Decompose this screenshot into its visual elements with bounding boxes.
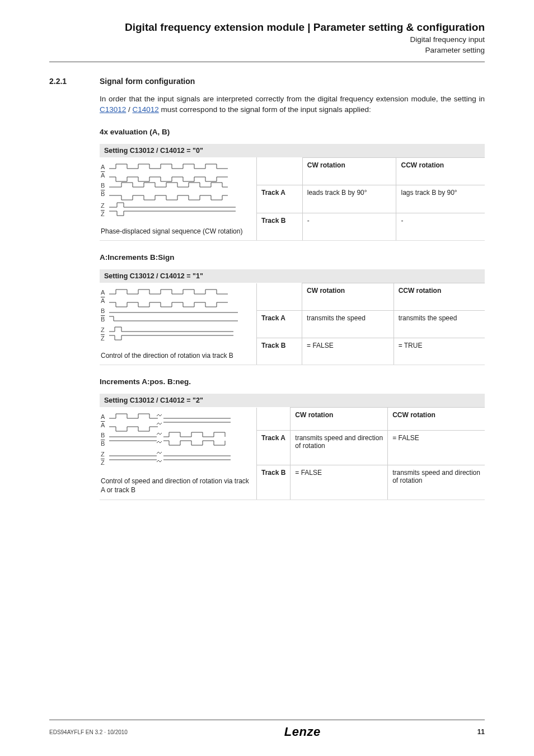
svg-text:A: A: [101, 289, 105, 296]
waveform-diagram-3: A A B B Z: [101, 412, 246, 473]
cell-a-cw: leads track B by 90°: [302, 185, 396, 213]
row-track-b: Track B: [257, 465, 291, 499]
svg-text:B: B: [101, 316, 105, 323]
row-track-a: Track A: [257, 431, 291, 465]
cell-a-ccw: = FALSE: [388, 431, 485, 465]
waveform-diagram-2: A A B B Z Z: [101, 287, 246, 348]
header-subtitle-2: Parameter setting: [49, 45, 485, 56]
intro-text-post: must correspond to the signal form of th…: [159, 105, 371, 114]
diagram-caption-3: Control of speed and direction of rotati…: [101, 477, 249, 494]
lenze-logo: Lenze: [284, 725, 321, 739]
col-ccw: CCW rotation: [388, 408, 485, 431]
svg-text:A: A: [101, 164, 105, 170]
cell-a-cw: transmits the speed: [302, 310, 394, 338]
col-ccw: CCW rotation: [396, 157, 485, 185]
page-footer: EDS94AYFLF EN 3.2 · 10/2010 Lenze 11: [0, 720, 534, 739]
svg-text:B: B: [101, 432, 105, 438]
waveform-diagram-1: A A B B Z Z: [101, 162, 246, 223]
section-title: Signal form configuration: [100, 77, 195, 86]
cell-b-cw: = FALSE: [291, 465, 388, 499]
cell-a-ccw: transmits the speed: [394, 310, 485, 338]
svg-text:Z: Z: [101, 202, 105, 209]
block-incr-sign: A A B B Z Z Control of the direction of …: [100, 283, 485, 365]
svg-text:A: A: [101, 297, 105, 304]
cell-b-ccw: transmits speed and direction of rotatio…: [388, 465, 485, 499]
subhead-incr-sign: A:Increments B:Sign: [100, 253, 485, 262]
cell-b-ccw: = TRUE: [394, 338, 485, 365]
setting-bar-2: Setting C13012 / C14012 = "2": [100, 394, 485, 407]
page-title: Digital frequency extension module | Par…: [49, 21, 485, 34]
setting-bar-0: Setting C13012 / C14012 = "0": [100, 144, 485, 157]
col-ccw: CCW rotation: [394, 283, 485, 311]
header-subtitle-1: Digital frequency input: [49, 35, 485, 45]
cell-a-ccw: lags track B by 90°: [396, 185, 485, 213]
diagram-caption-1: Phase-displaced signal sequence (CW rota…: [101, 227, 242, 235]
cell-b-ccw: -: [396, 213, 485, 240]
link-c13012[interactable]: C13012: [100, 105, 126, 114]
svg-text:A: A: [101, 422, 105, 428]
svg-text:B: B: [101, 440, 105, 447]
setting-bar-1: Setting C13012 / C14012 = "1": [100, 269, 485, 283]
svg-text:Z: Z: [101, 335, 105, 342]
row-track-a: Track A: [257, 310, 302, 338]
header-divider: [49, 62, 485, 62]
block-4x-eval: A A B B Z Z Phase-displaced signal seque…: [100, 157, 485, 241]
col-cw: CW rotation: [291, 408, 388, 431]
svg-text:B: B: [101, 307, 105, 314]
cell-b-cw: = FALSE: [302, 338, 394, 365]
section-intro: In order that the input signals are inte…: [100, 94, 485, 115]
section-number: 2.2.1: [49, 77, 100, 86]
svg-text:Z: Z: [101, 211, 105, 217]
svg-text:B: B: [101, 190, 105, 197]
subhead-4x-eval: 4x evaluation (A, B): [100, 128, 485, 136]
col-cw: CW rotation: [302, 283, 394, 311]
page-number: 11: [477, 728, 485, 736]
subhead-incr-pos-neg: Increments A:pos. B:neg.: [100, 377, 485, 386]
col-cw: CW rotation: [302, 157, 396, 185]
row-track-b: Track B: [257, 213, 303, 240]
rotation-table-2: CW rotation CCW rotation Track A transmi…: [256, 283, 485, 365]
intro-text-mid: /: [126, 105, 132, 114]
svg-text:B: B: [101, 182, 105, 189]
diagram-caption-2: Control of the direction of rotation via…: [101, 352, 233, 360]
row-track-b: Track B: [257, 338, 302, 365]
svg-text:Z: Z: [101, 326, 105, 333]
svg-text:Z: Z: [101, 459, 105, 466]
block-incr-pos-neg: A A B B Z: [100, 407, 485, 500]
cell-a-cw: transmits speed and direction of rotatio…: [291, 431, 388, 465]
cell-b-cw: -: [302, 213, 396, 240]
svg-text:Z: Z: [101, 451, 105, 458]
footer-doc-id: EDS94AYFLF EN 3.2 · 10/2010: [49, 729, 128, 735]
rotation-table-3: CW rotation CCW rotation Track A transmi…: [256, 407, 485, 499]
svg-text:A: A: [101, 413, 105, 420]
intro-text-pre: In order that the input signals are inte…: [100, 95, 485, 103]
svg-text:A: A: [101, 172, 105, 179]
rotation-table-1: CW rotation CCW rotation Track A leads t…: [256, 157, 485, 240]
link-c14012[interactable]: C14012: [133, 105, 159, 114]
row-track-a: Track A: [257, 185, 303, 213]
